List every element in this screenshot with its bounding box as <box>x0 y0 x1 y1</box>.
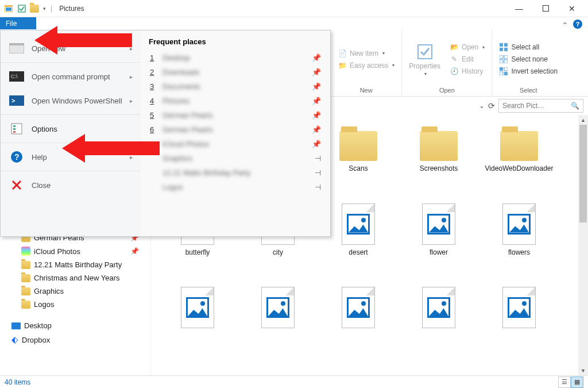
scroll-up-icon[interactable]: ▲ <box>578 115 588 125</box>
frequent-place-item[interactable]: 3Documents📌 <box>149 79 322 94</box>
properties-button[interactable]: Properties ▾ <box>407 41 443 78</box>
close-button[interactable]: ✕ <box>559 0 585 17</box>
svg-rect-17 <box>504 72 508 75</box>
options-icon <box>9 122 25 135</box>
nav-item[interactable]: Graphics <box>0 285 150 298</box>
image-file-item[interactable] <box>171 287 225 332</box>
icons-view-button[interactable]: ▦ <box>571 377 583 388</box>
nav-item[interactable]: iCloud Photos📌 <box>0 244 150 258</box>
image-file-item[interactable]: desert <box>331 203 385 258</box>
window-icon <box>9 42 25 55</box>
unpin-icon[interactable]: ⊣ <box>315 168 321 177</box>
pin-icon[interactable]: 📌 <box>312 125 321 134</box>
frequent-place-item[interactable]: 2Downloads📌 <box>149 65 322 79</box>
pin-icon: 📌 <box>130 247 139 255</box>
ribbon-group-select: Select all Select none Invert selection … <box>492 29 564 96</box>
frequent-place-item[interactable]: 1Desktop📌 <box>149 51 322 65</box>
frequent-place-item[interactable]: 7iCloud Photos📌 <box>149 137 322 151</box>
search-placeholder: Search Pict… <box>502 102 544 110</box>
select-none-button[interactable]: Select none <box>497 54 560 64</box>
qat-dropdown-icon[interactable]: ▾ <box>43 6 46 11</box>
minimize-button[interactable]: — <box>506 0 532 17</box>
scroll-thumb[interactable] <box>579 125 587 222</box>
svg-rect-27 <box>13 131 16 133</box>
invert-selection-button[interactable]: Invert selection <box>497 66 560 76</box>
image-file-icon <box>502 287 536 328</box>
pin-icon[interactable]: 📌 <box>312 68 321 76</box>
maximize-button[interactable] <box>532 0 559 17</box>
nav-dropbox[interactable]: ⬖Dropbox <box>0 332 150 347</box>
svg-rect-4 <box>543 6 548 11</box>
item-label: desert <box>349 248 368 258</box>
nav-item[interactable]: Christmas and New Years <box>0 271 150 285</box>
properties-icon <box>416 43 434 61</box>
new-item-button[interactable]: 📄New item▾ <box>335 48 397 59</box>
folder-item[interactable]: Scans <box>331 126 385 174</box>
scroll-down-icon[interactable]: ▼ <box>578 366 588 375</box>
image-file-item[interactable]: flowers <box>492 203 546 258</box>
svg-rect-6 <box>500 43 503 47</box>
svg-rect-24 <box>11 124 22 134</box>
collapse-ribbon-icon[interactable]: ⌃ <box>562 21 568 30</box>
search-input[interactable]: Search Pict… 🔍 <box>498 99 583 113</box>
powershell-icon: > <box>9 94 25 107</box>
file-menu-open-ps[interactable]: >Open Windows PowerShell▸ <box>1 89 141 113</box>
history-icon: 🕘 <box>450 67 459 76</box>
frequent-place-item[interactable]: 12.21 Matts Birthday Party⊣ <box>149 166 322 180</box>
folder-item[interactable]: Screenshots <box>412 126 466 174</box>
qat-folder-icon[interactable] <box>30 4 39 13</box>
image-file-item[interactable] <box>492 287 546 332</box>
image-file-item[interactable] <box>412 287 466 332</box>
frequent-place-item[interactable]: Graphics⊣ <box>149 151 322 166</box>
pin-icon[interactable]: 📌 <box>312 53 321 62</box>
image-file-item[interactable] <box>251 287 305 332</box>
select-all-button[interactable]: Select all <box>497 42 560 52</box>
search-icon: 🔍 <box>571 102 579 110</box>
nav-item[interactable]: Logos <box>0 298 150 311</box>
refresh-icon[interactable]: ⟳ <box>488 101 495 110</box>
frequent-place-item[interactable]: 4Pictures📌 <box>149 94 322 108</box>
frequent-place-item[interactable]: 6German Pearls📌 <box>149 122 322 137</box>
help-icon[interactable]: ? <box>573 20 582 29</box>
open-button[interactable]: 📂Open▾ <box>447 42 487 52</box>
unpin-icon[interactable]: ⊣ <box>315 183 321 191</box>
vertical-scrollbar[interactable]: ▲ ▼ <box>578 115 588 375</box>
image-file-icon <box>181 287 214 328</box>
nav-item[interactable]: 12.21 Matts Birthday Party <box>0 258 150 271</box>
frequent-place-item[interactable]: 5German Pearls📌 <box>149 108 322 122</box>
pin-icon[interactable]: 📌 <box>312 97 321 105</box>
ribbon-group-label: Select <box>520 87 537 95</box>
frequent-label: Desktop <box>163 53 190 62</box>
easy-access-button[interactable]: 📁Easy access▾ <box>335 60 397 71</box>
folder-icon <box>21 301 30 309</box>
frequent-place-item[interactable]: Logos⊣ <box>149 180 322 194</box>
image-file-icon <box>502 203 536 245</box>
image-file-item[interactable]: flower <box>412 203 466 258</box>
history-button[interactable]: 🕘History <box>447 66 487 76</box>
address-dropdown-icon[interactable]: ⌄ <box>479 102 485 110</box>
folder-item[interactable]: VideoWebDownloader <box>492 126 546 174</box>
svg-rect-9 <box>504 48 508 51</box>
frequent-label: German Pearls <box>163 125 212 134</box>
pin-icon[interactable]: 📌 <box>312 140 321 148</box>
qat-properties-icon[interactable] <box>17 4 26 13</box>
svg-rect-8 <box>500 48 503 51</box>
window-title: Pictures <box>59 5 84 13</box>
close-x-icon <box>9 179 25 191</box>
item-label: flowers <box>508 248 530 258</box>
frequent-index: 3 <box>150 82 157 91</box>
pin-icon[interactable]: 📌 <box>312 82 321 91</box>
svg-rect-26 <box>13 128 16 130</box>
pin-icon[interactable]: 📌 <box>312 111 321 120</box>
frequent-label: German Pearls <box>163 111 212 120</box>
nav-desktop[interactable]: Desktop <box>0 319 150 332</box>
titlebar: ▾ | Pictures — ✕ <box>0 0 588 17</box>
details-view-button[interactable]: ☰ <box>558 377 571 388</box>
file-tab[interactable]: File <box>0 17 36 29</box>
frequent-label: 12.21 Matts Birthday Party <box>163 168 250 177</box>
edit-button[interactable]: ✎Edit <box>447 54 487 64</box>
ribbon-group-label: Open <box>439 87 455 95</box>
help-circle-icon: ? <box>9 151 25 163</box>
image-file-item[interactable] <box>331 287 385 332</box>
unpin-icon[interactable]: ⊣ <box>315 154 321 163</box>
